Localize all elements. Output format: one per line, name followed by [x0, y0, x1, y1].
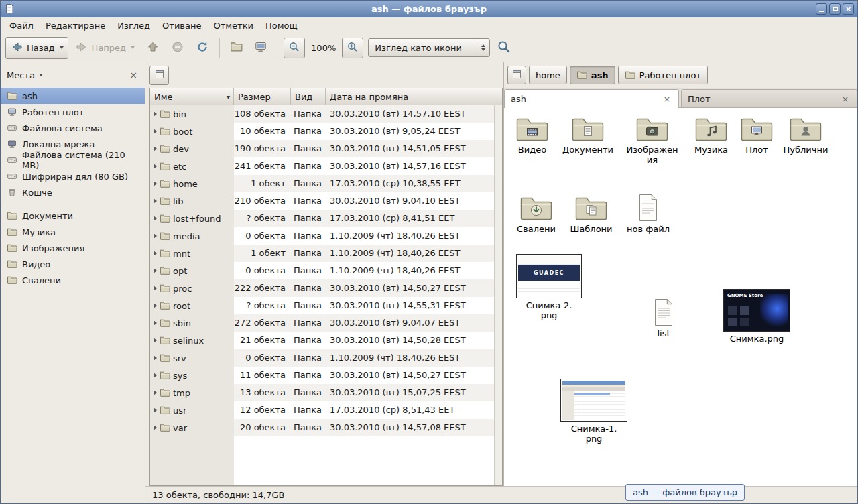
- root-location-button[interactable]: [149, 66, 169, 85]
- column-header-modified[interactable]: Дата на промяна: [326, 88, 502, 105]
- sidebar-item[interactable]: Видео: [1, 256, 145, 272]
- expander-icon[interactable]: [154, 268, 157, 273]
- table-row[interactable]: opt0 обектаПапка1.10.2009 (чт) 18,40,26 …: [150, 262, 494, 279]
- back-button[interactable]: Назад: [5, 37, 68, 59]
- table-row[interactable]: bin108 обектаПапка30.03.2010 (вт) 14,57,…: [150, 105, 494, 123]
- sidebar-item[interactable]: ash: [1, 88, 145, 104]
- table-row[interactable]: lib210 обектаПапка30.03.2010 (вт) 9,04,1…: [150, 192, 494, 210]
- expander-icon[interactable]: [154, 181, 157, 186]
- expander-icon[interactable]: [154, 216, 157, 221]
- expander-icon[interactable]: [154, 373, 157, 378]
- expander-icon[interactable]: [154, 286, 157, 291]
- table-row[interactable]: dev190 обектаПапка30.03.2010 (вт) 14,51,…: [150, 140, 494, 158]
- file-icon[interactable]: Видео: [504, 115, 560, 155]
- close-button[interactable]: ×: [843, 3, 854, 15]
- up-button[interactable]: [141, 37, 164, 59]
- table-row[interactable]: root? обектаПапка30.03.2010 (вт) 14,55,3…: [150, 297, 494, 314]
- menu-item[interactable]: Отиване: [156, 19, 207, 33]
- table-row[interactable]: home1 обектПапка17.03.2010 (ср) 10,38,55…: [150, 175, 494, 192]
- search-button[interactable]: [492, 36, 516, 60]
- table-row[interactable]: var20 обектаПапка30.03.2010 (вт) 14,57,0…: [150, 419, 494, 436]
- file-icon[interactable]: Свалени: [508, 194, 564, 234]
- vertical-scrollbar[interactable]: [494, 105, 502, 485]
- menu-item[interactable]: Файл: [3, 19, 40, 33]
- sidebar-item[interactable]: Изображения: [1, 240, 145, 256]
- sidebar-item[interactable]: Файлова система (210 MB): [1, 152, 145, 168]
- table-row[interactable]: tmp13 обектаПапка30.03.2010 (вт) 15,07,2…: [150, 384, 494, 401]
- table-row[interactable]: etc241 обектаПапка30.03.2010 (вт) 14,57,…: [150, 158, 494, 175]
- file-icon[interactable]: Документи: [560, 115, 616, 155]
- tab[interactable]: Плот×: [681, 89, 857, 107]
- table-row[interactable]: proc222 обектаПапка30.03.2010 (вт) 14,50…: [150, 279, 494, 297]
- home-button[interactable]: [225, 37, 247, 58]
- sidebar-item[interactable]: Работен плот: [1, 104, 145, 120]
- sidebar-close-button[interactable]: ×: [128, 70, 139, 80]
- maximize-button[interactable]: [829, 3, 841, 15]
- file-icon[interactable]: Плот: [729, 115, 785, 155]
- forward-button[interactable]: Напред: [70, 37, 139, 59]
- expander-icon[interactable]: [154, 355, 157, 361]
- icon-view[interactable]: ВидеоДокументиИзображен ияМузикаПлотПубл…: [504, 108, 857, 486]
- computer-button[interactable]: [249, 37, 272, 59]
- expander-icon[interactable]: [154, 303, 157, 308]
- table-row[interactable]: sbin272 обектаПапка30.03.2010 (вт) 9,04,…: [150, 314, 494, 332]
- sidebar-item[interactable]: Шифриран дял (80 GB): [1, 168, 145, 184]
- tab-close-button[interactable]: ×: [662, 94, 672, 105]
- file-icon[interactable]: Снимка-1. png: [559, 379, 629, 444]
- table-row[interactable]: lost+found? обектаПапка17.03.2010 (ср) 8…: [150, 210, 494, 227]
- expander-icon[interactable]: [154, 407, 157, 413]
- expander-icon[interactable]: [154, 146, 157, 151]
- spinner-arrows-icon[interactable]: [477, 39, 489, 56]
- minimize-button[interactable]: [816, 3, 827, 15]
- file-icon[interactable]: Шаблони: [563, 194, 619, 234]
- menu-item[interactable]: Отметки: [207, 19, 259, 33]
- expander-icon[interactable]: [154, 320, 157, 326]
- file-icon[interactable]: Публични: [778, 115, 834, 155]
- sidebar-item[interactable]: Музика: [1, 224, 145, 240]
- column-header-size[interactable]: Размер: [234, 88, 291, 105]
- reload-button[interactable]: [191, 37, 214, 59]
- table-row[interactable]: srv0 обектаПапка1.10.2009 (чт) 18,40,26 …: [150, 349, 494, 367]
- breadcrumb-button[interactable]: Работен плот: [618, 66, 708, 84]
- tab-close-button[interactable]: ×: [840, 93, 851, 104]
- file-icon[interactable]: GUADECСнимка-2. png: [514, 254, 584, 321]
- stop-button[interactable]: [166, 37, 189, 59]
- breadcrumb-button[interactable]: ash: [570, 66, 615, 84]
- view-mode-combo[interactable]: Изглед като икони: [368, 38, 490, 57]
- menu-item[interactable]: Помощ: [259, 19, 304, 33]
- menu-item[interactable]: Редактиране: [40, 19, 111, 33]
- file-icon[interactable]: нов файл: [620, 194, 676, 234]
- sidebar-item[interactable]: Кошче: [1, 184, 145, 200]
- zoom-out-button[interactable]: [284, 38, 305, 58]
- expander-icon[interactable]: [154, 390, 157, 395]
- expander-icon[interactable]: [154, 233, 157, 239]
- titlebar[interactable]: ash — файлов браузър ×: [1, 1, 857, 17]
- table-row[interactable]: sys11 обектаПапка30.03.2010 (вт) 14,50,2…: [150, 367, 494, 384]
- zoom-in-button[interactable]: [342, 38, 363, 58]
- expander-icon[interactable]: [154, 111, 157, 117]
- table-row[interactable]: usr12 обектаПапка17.03.2010 (ср) 8,51,43…: [150, 401, 494, 419]
- expander-icon[interactable]: [154, 251, 157, 256]
- column-header-type[interactable]: Вид: [291, 88, 326, 105]
- sidebar-item[interactable]: Свалени: [1, 272, 145, 288]
- table-row[interactable]: selinux21 обектаПапка30.03.2010 (вт) 14,…: [150, 332, 494, 349]
- breadcrumb-button[interactable]: home: [529, 66, 567, 84]
- table-row[interactable]: mnt1 обектПапка1.10.2009 (чт) 18,40,26 E…: [150, 245, 494, 262]
- sidebar-item[interactable]: Документи: [1, 208, 145, 224]
- sidebar-item[interactable]: Файлова система: [1, 120, 145, 136]
- column-header-name[interactable]: Име ▾: [150, 88, 234, 105]
- table-row[interactable]: boot10 обектаПапка30.03.2010 (вт) 9,05,2…: [150, 123, 494, 140]
- expander-icon[interactable]: [154, 129, 157, 134]
- expander-icon[interactable]: [154, 338, 157, 343]
- tab[interactable]: ash×: [504, 89, 679, 108]
- file-icon[interactable]: Изображен ия: [624, 115, 680, 166]
- pane-pager-button[interactable]: [507, 66, 526, 84]
- places-selector[interactable]: Места: [7, 70, 43, 80]
- file-icon[interactable]: GNOME StoreСнимка.png: [722, 289, 792, 344]
- file-icon[interactable]: list: [635, 298, 692, 338]
- expander-icon[interactable]: [154, 198, 157, 204]
- expander-icon[interactable]: [154, 425, 157, 430]
- table-row[interactable]: media0 обектаПапка1.10.2009 (чт) 18,40,2…: [150, 227, 494, 245]
- menu-item[interactable]: Изглед: [111, 19, 156, 33]
- expander-icon[interactable]: [154, 164, 157, 169]
